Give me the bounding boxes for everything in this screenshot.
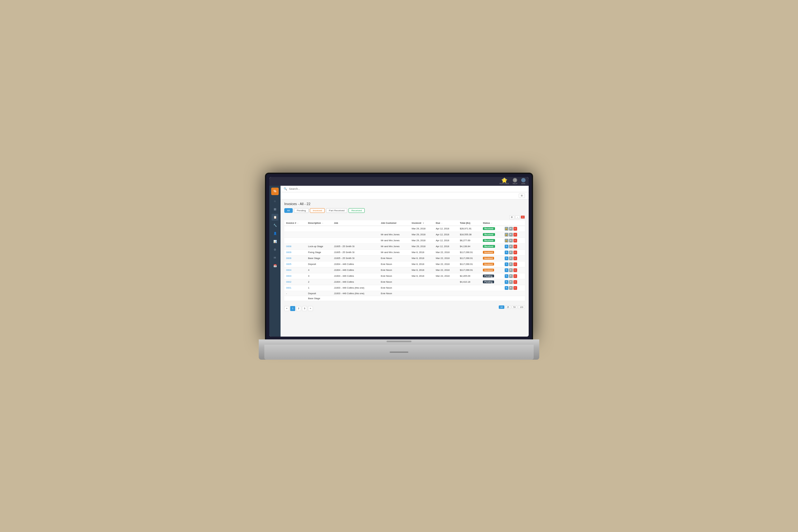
cell-actions: 🔒👁× xyxy=(503,238,525,243)
tab-invoiced[interactable]: Invoiced xyxy=(310,208,325,213)
table-row: 0006 Base Stage J1005 - 25 Smith St Evie… xyxy=(284,255,525,261)
tab-part-received[interactable]: Part Received xyxy=(326,208,347,213)
action-view-icon[interactable]: 👁 xyxy=(509,280,513,284)
app-logo[interactable]: % xyxy=(271,188,279,195)
action-edit-icon[interactable]: ✎ xyxy=(505,280,508,284)
cell-actions: ✎👁× xyxy=(503,267,525,273)
tab-all[interactable]: All xyxy=(284,208,293,213)
action-view-icon[interactable]: 👁 xyxy=(509,286,513,290)
page-1-button[interactable]: 1 xyxy=(290,306,295,311)
cell-desc: Deposit xyxy=(306,291,332,296)
features-nav[interactable]: ⭐ FEATURES xyxy=(500,178,509,185)
cell-invoiced: Mar 29, 2018 xyxy=(410,226,434,231)
action-edit-icon[interactable]: ✎ xyxy=(505,274,508,278)
next-page-button[interactable]: » xyxy=(308,306,313,311)
action-lock-icon[interactable]: 🔒 xyxy=(505,233,508,236)
cell-invoice: 0004 xyxy=(284,267,306,273)
invoice-link[interactable]: 0008 xyxy=(286,245,291,248)
user-nav[interactable]: DAN xyxy=(521,178,526,185)
action-view-icon[interactable]: 👁 xyxy=(509,262,513,266)
cell-status: Invoiced xyxy=(481,267,502,273)
action-view-icon[interactable]: 👁 xyxy=(509,274,513,278)
per-page-100[interactable]: 100 xyxy=(518,305,525,309)
col-invoiced[interactable]: Invoiced ▼ xyxy=(410,220,434,226)
table-row: 0001 1 J1003 - 446 Collins (this one) Ev… xyxy=(284,285,525,291)
content-body: Invoices - All - 22 All Pending Invoiced… xyxy=(281,200,529,337)
cell-status xyxy=(481,291,502,296)
sidebar-item-clients[interactable]: 👤 xyxy=(271,230,278,237)
tab-pending[interactable]: Pending xyxy=(294,208,309,213)
per-page-50[interactable]: 50 xyxy=(512,305,517,309)
search-input[interactable] xyxy=(289,187,526,190)
tab-received[interactable]: Received xyxy=(348,208,364,213)
per-page-delete-btn[interactable]: × xyxy=(520,215,525,219)
action-delete-icon[interactable]: × xyxy=(513,233,517,236)
action-edit-icon[interactable]: ✎ xyxy=(505,268,508,272)
grid-view-button[interactable]: ⊞ xyxy=(519,193,525,198)
cell-desc: Deposit xyxy=(306,261,332,267)
cell-invoiced: Mar 8, 2018 xyxy=(410,261,434,267)
cell-invoice: 0003 xyxy=(284,273,306,279)
action-delete-icon[interactable]: × xyxy=(513,274,517,278)
action-delete-icon[interactable]: × xyxy=(513,280,517,284)
col-due[interactable]: Due ↕ xyxy=(434,220,458,226)
page-2-button[interactable]: 2 xyxy=(296,306,301,311)
sidebar-item-invoices[interactable]: 📋 xyxy=(271,214,278,221)
help-nav[interactable]: ? HELP xyxy=(513,178,517,185)
invoice-link[interactable]: 0009 xyxy=(286,251,291,254)
sidebar-item-home[interactable]: ⌂ xyxy=(271,197,278,205)
action-delete-icon[interactable]: × xyxy=(513,227,517,231)
cell-total: $4,410.18 xyxy=(458,279,481,285)
action-delete-icon[interactable]: × xyxy=(513,268,517,272)
page-3-button[interactable]: 3 xyxy=(302,306,307,311)
action-lock-icon[interactable]: 🔒 xyxy=(505,227,508,231)
per-page-export-btn[interactable]: ↓ xyxy=(515,215,520,219)
action-delete-icon[interactable]: × xyxy=(513,256,517,260)
cell-desc: Base Stage xyxy=(306,255,332,261)
col-invoice-num[interactable]: Invoice # ↕ xyxy=(284,220,306,226)
action-delete-icon[interactable]: × xyxy=(513,262,517,266)
cell-customer: Evie Nixon xyxy=(379,279,410,285)
per-page-icon-btn[interactable]: ⊞ xyxy=(509,215,514,219)
col-status[interactable]: Status ↕ xyxy=(481,220,502,226)
sidebar-item-jobs[interactable]: 🔧 xyxy=(271,222,278,229)
action-lock-icon[interactable]: 🔒 xyxy=(505,239,508,243)
action-delete-icon[interactable]: × xyxy=(513,286,517,290)
action-delete-icon[interactable]: × xyxy=(513,245,517,248)
invoice-link[interactable]: 0003 xyxy=(286,274,291,278)
table-row: 0009 Fixing Stage J1005 - 25 Smith St Mr… xyxy=(284,249,525,255)
invoice-link[interactable]: 0006 xyxy=(286,257,291,260)
cell-invoice: 0005 xyxy=(284,261,306,267)
sidebar-item-messages[interactable]: ✉ xyxy=(271,254,278,261)
action-edit-icon[interactable]: ✎ xyxy=(505,251,508,254)
cell-due: Mar 22, 2018 xyxy=(434,273,458,279)
table-row: 0004 4 J1004 - 446 Collins Evie Nixon Ma… xyxy=(284,267,525,273)
action-view-icon[interactable]: 👁 xyxy=(509,245,513,248)
action-view-icon[interactable]: 👁 xyxy=(509,227,513,231)
sidebar-item-settings[interactable]: ⚙ xyxy=(271,246,278,253)
action-delete-icon[interactable]: × xyxy=(513,239,517,243)
invoice-link[interactable]: 0001 xyxy=(286,286,291,289)
per-page-25[interactable]: 25 xyxy=(505,305,511,309)
action-view-icon[interactable]: 👁 xyxy=(509,239,513,243)
per-page-10[interactable]: 10 xyxy=(499,305,505,309)
sidebar-item-reports[interactable]: 📊 xyxy=(271,238,278,245)
prev-page-button[interactable]: « xyxy=(284,306,289,311)
cell-invoice: 0006 xyxy=(284,255,306,261)
action-edit-icon[interactable]: ✎ xyxy=(505,286,508,290)
action-view-icon[interactable]: 👁 xyxy=(509,268,513,272)
action-view-icon[interactable]: 👁 xyxy=(509,251,513,254)
invoice-link[interactable]: 0004 xyxy=(286,269,291,271)
action-edit-icon[interactable]: ✎ xyxy=(505,245,508,248)
sidebar-item-dashboard[interactable]: ▦ xyxy=(271,206,278,212)
action-view-icon[interactable]: 👁 xyxy=(509,233,513,236)
action-delete-icon[interactable]: × xyxy=(513,251,517,254)
invoice-link[interactable]: 0002 xyxy=(286,281,291,283)
col-description[interactable]: Description ↕ xyxy=(306,220,332,226)
action-edit-icon[interactable]: ✎ xyxy=(505,262,508,266)
status-badge: Received xyxy=(483,239,495,242)
action-edit-icon[interactable]: ✎ xyxy=(505,256,508,260)
invoice-link[interactable]: 0005 xyxy=(286,263,291,266)
action-view-icon[interactable]: 👁 xyxy=(509,256,513,260)
sidebar-item-calendar[interactable]: 📅 xyxy=(271,262,278,269)
